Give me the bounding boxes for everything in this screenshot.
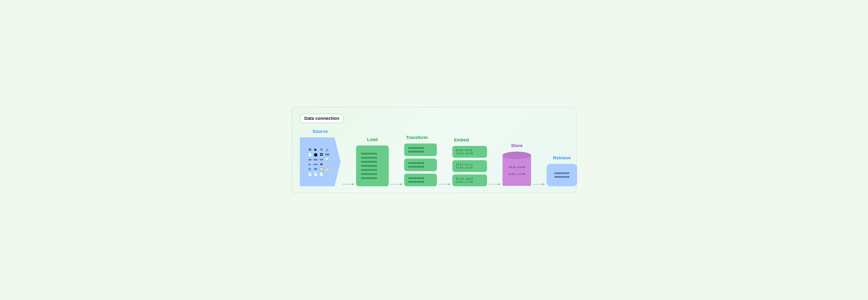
- store-line2: 2.1, 0.1....-1.7, 0.9: [508, 173, 525, 175]
- e3-line2: 2.1, 0.1....-1.7, 0.9: [456, 181, 483, 183]
- icon-csv: CSV: [325, 153, 330, 157]
- load-label: Load: [367, 137, 378, 142]
- store-colon: :: [517, 170, 517, 172]
- load-line-2: XXXXXXXXXX: [361, 157, 384, 159]
- icon-empty2: [325, 172, 330, 176]
- icon-discord: ⓓ: [319, 147, 324, 152]
- icon-triangle: △: [325, 147, 330, 152]
- load-stage: Load XXXXXXXXXX XXXXXXXXXX XXXXXXXXXX XX…: [356, 137, 389, 186]
- source-icons: ⊞ ▶ ⓓ △ 📄 ⬤ 🖼 CSV ZIP DOC TXT 📊: [308, 147, 330, 176]
- svg-marker-1: [352, 183, 354, 185]
- icon-video: ▶: [313, 147, 318, 152]
- retrieve-label: Retrieve: [553, 155, 571, 161]
- icon-doc3: 📄: [308, 172, 312, 176]
- e1-line1: 0.5, 0.2....0.1, 0.9: [456, 149, 483, 152]
- store-stage: Store 0.5, 0.2....0.1, 0.9 : 2.1, 0.1...…: [502, 143, 531, 186]
- arrow-2: [389, 182, 404, 186]
- icon-github: ⬤: [313, 153, 318, 157]
- transform-col: XXXXXXXXXX XXXXXXXXXX XXXXXXXXXX XXXXXXX…: [404, 143, 437, 186]
- t1-line2: XXXXXXXXXX: [408, 151, 433, 153]
- arrow-1: [341, 182, 356, 186]
- diagram-container: Data connection Source ⊞ ▶ ⓓ △ 📄 ⬤: [291, 107, 577, 193]
- diagram-title: Data connection: [304, 116, 339, 121]
- icon-doc2: DOC: [313, 158, 318, 162]
- embed-stage: Embed 0.5, 0.2....0.1, 0.9 -0.1, 0.4....…: [452, 137, 487, 186]
- store-cylinder: 0.5, 0.2....0.1, 0.9 : 2.1, 0.1....-1.7,…: [502, 152, 531, 186]
- source-stage: Source ⊞ ▶ ⓓ △ 📄 ⬤ 🖼 CSV ZIP: [300, 129, 341, 186]
- t2-line1: XXXXXXXXXX: [408, 162, 433, 164]
- icon-twitter: 🐦: [308, 167, 312, 171]
- icon-empty: [325, 163, 330, 166]
- e1-line2: -0.1, 0.4....1.4, 5.9: [456, 152, 483, 155]
- arrow-3: [437, 182, 452, 186]
- e2-line2: 4.1, 3.4....-1.5, 2.5: [456, 167, 483, 169]
- icon-txt: TXT: [319, 158, 324, 162]
- icon-ppt: 📊: [325, 158, 330, 162]
- embed-col: 0.5, 0.2....0.1, 0.9 -0.1, 0.4....1.4, 5…: [452, 146, 487, 186]
- retrieve-shape: XXXXXXXXXX XXXXXXXXXX: [547, 164, 577, 186]
- transform-box-3: XXXXXXXXXX XXXXXXXXXX: [404, 174, 437, 186]
- icon-image: 🖼: [319, 153, 324, 157]
- embed-box-2: 0.2, 0.7....2.1, -1.2 4.1, 3.4....-1.5, …: [452, 160, 487, 172]
- icon-email: ✉: [313, 167, 318, 171]
- transform-box-1: XXXXXXXXXX XXXXXXXXXX: [404, 143, 437, 156]
- svg-marker-3: [400, 183, 403, 185]
- icon-md: M↓: [308, 163, 312, 166]
- icon-grid: ⊞: [308, 147, 312, 152]
- load-line-3: XXXXXXXXXX: [361, 161, 384, 163]
- embed-label: Embed: [454, 137, 469, 143]
- arrow-5: [531, 182, 547, 186]
- load-line-4: XXXXXXXXXX: [361, 165, 384, 167]
- load-line-5: XXXXXXXXXX: [361, 169, 384, 171]
- transform-stage: Transform XXXXXXXXXX XXXXXXXXXX XXXXXXXX…: [404, 135, 437, 186]
- icon-folder: 📁: [325, 167, 330, 171]
- e2-line1: 0.2, 0.7....2.1, -1.2: [456, 163, 483, 166]
- transform-label: Transform: [406, 135, 428, 140]
- icon-wiki: W: [319, 163, 324, 166]
- svg-marker-9: [542, 183, 545, 185]
- icon-doc5: 📄: [319, 172, 324, 176]
- icon-doc4: 📄: [313, 172, 318, 176]
- icon-zip: ZIP: [308, 158, 312, 162]
- r-line1: XXXXXXXXXX: [554, 172, 569, 174]
- source-label: Source: [313, 129, 328, 134]
- load-box: XXXXXXXXXX XXXXXXXXXX XXXXXXXXXX XXXXXXX…: [356, 145, 389, 186]
- retrieve-stage: Retrieve XXXXXXXXXX XXXXXXXXXX: [547, 155, 577, 186]
- svg-marker-7: [498, 183, 501, 185]
- source-shape: ⊞ ▶ ⓓ △ 📄 ⬤ 🖼 CSV ZIP DOC TXT 📊: [300, 137, 341, 186]
- load-line-7: XXXXXXXXXX: [361, 177, 384, 179]
- load-line-6: XXXXXXXXXX: [361, 173, 384, 175]
- t3-line1: XXXXXXXXXX: [408, 177, 433, 179]
- r-line2: XXXXXXXXXX: [554, 176, 569, 178]
- e3-line1: 5.5, -0.3....0.8, 2.3: [456, 178, 483, 180]
- cylinder-top: [502, 152, 531, 159]
- store-label: Store: [511, 143, 523, 148]
- t1-line1: XXXXXXXXXX: [408, 147, 433, 149]
- load-line-1: XXXXXXXXXX: [361, 153, 384, 155]
- icon-notion: 📋: [319, 167, 324, 171]
- transform-box-2: XXXXXXXXXX XXXXXXXXXX: [404, 159, 437, 171]
- store-line1: 0.5, 0.2....0.1, 0.9: [509, 166, 525, 168]
- t2-line2: XXXXXXXXXX: [408, 166, 433, 168]
- embed-box-3: 5.5, -0.3....0.8, 2.3 2.1, 0.1....-1.7, …: [452, 174, 487, 186]
- icon-html: HTML: [313, 163, 318, 166]
- icon-doc: 📄: [308, 153, 312, 157]
- cylinder-body: 0.5, 0.2....0.1, 0.9 : 2.1, 0.1....-1.7,…: [502, 155, 531, 186]
- title-badge: Data connection: [300, 114, 344, 123]
- embed-box-1: 0.5, 0.2....0.1, 0.9 -0.1, 0.4....1.4, 5…: [452, 146, 487, 158]
- t3-line2: XXXXXXXXXX: [408, 180, 433, 183]
- svg-marker-5: [448, 183, 451, 185]
- arrow-4: [487, 182, 502, 186]
